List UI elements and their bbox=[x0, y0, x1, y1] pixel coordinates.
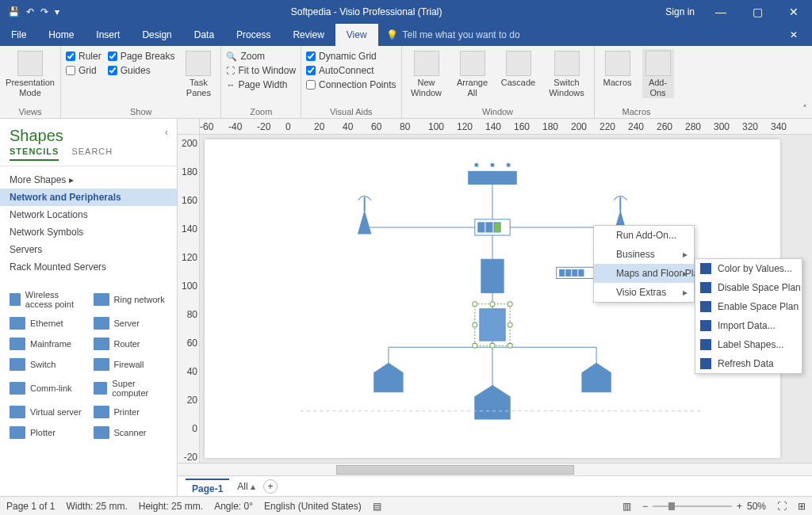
fit-window-button[interactable]: ⛶ Fit to Window bbox=[226, 65, 296, 76]
group-zoom: 🔍 Zoom ⛶ Fit to Window ↔ Page Width Zoom bbox=[221, 46, 301, 118]
shape-item[interactable]: Super computer bbox=[89, 376, 173, 401]
signin-link[interactable]: Sign in bbox=[665, 6, 695, 17]
stencils-tab[interactable]: STENCILS bbox=[10, 147, 59, 161]
qat-dropdown-icon[interactable]: ▾ bbox=[55, 6, 59, 17]
shape-label: Virtual server bbox=[30, 407, 82, 417]
macros-button[interactable]: Macros bbox=[599, 49, 636, 88]
guides-checkbox[interactable]: Guides bbox=[108, 65, 175, 76]
svg-marker-34 bbox=[582, 363, 611, 391]
dynamic-grid-checkbox[interactable]: Dynamic Grid bbox=[306, 51, 396, 62]
presentation-mode-button[interactable]: Presentation Mode bbox=[5, 49, 56, 98]
close-button[interactable]: ✕ bbox=[776, 6, 812, 18]
macro-recorder-icon[interactable]: ▤ bbox=[373, 501, 381, 512]
shape-item[interactable]: Server bbox=[89, 314, 173, 333]
connection-points-checkbox[interactable]: Connection Points bbox=[306, 79, 396, 90]
tab-insert[interactable]: Insert bbox=[85, 24, 131, 46]
pan-zoom-icon[interactable]: ⊞ bbox=[798, 501, 806, 512]
shape-item[interactable]: Plotter bbox=[5, 423, 89, 442]
zoom-out-button[interactable]: − bbox=[642, 501, 648, 512]
grid-checkbox[interactable]: Grid bbox=[66, 65, 102, 76]
zoom-slider-knob[interactable] bbox=[668, 502, 675, 510]
ruler-checkbox[interactable]: Ruler bbox=[66, 51, 102, 62]
menu-maps-floor-plans[interactable]: Maps and Floor Plans▸ bbox=[594, 264, 694, 283]
shape-item[interactable]: Firewall bbox=[89, 355, 173, 374]
shape-item[interactable]: Switch bbox=[5, 355, 89, 374]
tab-view[interactable]: View bbox=[335, 24, 378, 46]
search-tab[interactable]: SEARCH bbox=[71, 147, 113, 161]
cascade-button[interactable]: Cascade bbox=[499, 49, 538, 88]
page-width-button[interactable]: ↔ Page Width bbox=[226, 79, 296, 90]
ribbon-close-icon[interactable]: ✕ bbox=[776, 24, 812, 46]
menu-run-addon[interactable]: Run Add-On... bbox=[594, 226, 694, 245]
stencil-list: More Shapes ▸ Network and Peripherals Ne… bbox=[0, 166, 177, 280]
svg-rect-17 bbox=[481, 259, 504, 292]
shape-item[interactable]: Virtual server bbox=[5, 402, 89, 422]
page-tab[interactable]: Page-1 bbox=[186, 479, 229, 494]
stencil-row[interactable]: Network Locations bbox=[0, 206, 177, 223]
presentation-view-icon[interactable]: ▥ bbox=[622, 501, 631, 512]
shape-icon bbox=[10, 293, 21, 306]
more-shapes-row[interactable]: More Shapes ▸ bbox=[0, 171, 177, 189]
menu-business[interactable]: Business▸ bbox=[594, 245, 694, 264]
save-icon[interactable]: 💾 bbox=[8, 6, 20, 17]
new-window-button[interactable]: New Window bbox=[407, 49, 446, 98]
stencil-row[interactable]: Rack Mounted Servers bbox=[0, 258, 177, 276]
stencil-row[interactable]: Servers bbox=[0, 241, 177, 258]
shape-item[interactable]: Comm-link bbox=[5, 376, 89, 401]
minimize-button[interactable]: — bbox=[703, 6, 739, 18]
shape-item[interactable]: Router bbox=[89, 334, 173, 353]
scrollbar-thumb[interactable] bbox=[336, 465, 574, 475]
tab-review[interactable]: Review bbox=[282, 24, 335, 46]
shape-item[interactable]: Mainframe bbox=[5, 334, 89, 353]
tab-home[interactable]: Home bbox=[37, 24, 85, 46]
tab-process[interactable]: Process bbox=[225, 24, 282, 46]
cascade-icon bbox=[506, 51, 531, 76]
autoconnect-checkbox[interactable]: AutoConnect bbox=[306, 65, 396, 76]
undo-icon[interactable]: ↶ bbox=[26, 6, 34, 17]
task-panes-button[interactable]: Task Panes bbox=[181, 49, 216, 98]
zoom-slider[interactable] bbox=[653, 505, 732, 507]
menu-refresh-data[interactable]: Refresh Data bbox=[695, 354, 802, 373]
shape-item[interactable]: Wireless access point bbox=[5, 287, 89, 312]
menu-visio-extras[interactable]: Visio Extras▸ bbox=[594, 283, 694, 302]
tab-data[interactable]: Data bbox=[183, 24, 225, 46]
shape-item[interactable]: Scanner bbox=[89, 423, 173, 442]
visio-icon bbox=[700, 282, 711, 293]
horizontal-scrollbar[interactable] bbox=[178, 463, 812, 475]
ruler-horizontal: -60-40-200204060801001201401601802002202… bbox=[178, 119, 812, 135]
tell-me[interactable]: 💡Tell me what you want to do bbox=[378, 24, 776, 46]
collapse-ribbon-icon[interactable]: ˄ bbox=[802, 104, 807, 115]
shapes-collapse-icon[interactable]: ‹ bbox=[165, 127, 168, 138]
menu-enable-space-plan[interactable]: Enable Space Plan bbox=[695, 297, 802, 316]
redo-icon[interactable]: ↷ bbox=[40, 6, 48, 17]
stencil-row[interactable]: Network and Peripherals bbox=[0, 189, 177, 206]
shape-icon bbox=[10, 426, 25, 439]
switch-windows-icon bbox=[554, 51, 580, 76]
shape-item[interactable]: Printer bbox=[89, 402, 173, 422]
zoom-level[interactable]: 50% bbox=[747, 501, 766, 512]
add-page-button[interactable]: + bbox=[263, 479, 278, 494]
page-breaks-checkbox[interactable]: Page Breaks bbox=[108, 51, 175, 62]
maximize-button[interactable]: ▢ bbox=[739, 6, 776, 18]
stencil-row[interactable]: Network Symbols bbox=[0, 223, 177, 241]
svg-point-29 bbox=[490, 302, 495, 307]
zoom-in-button[interactable]: + bbox=[737, 501, 742, 512]
menu-label-shapes[interactable]: Label Shapes... bbox=[695, 335, 802, 354]
zoom-button[interactable]: 🔍 Zoom bbox=[226, 51, 296, 62]
menu-disable-space-plan[interactable]: Disable Space Plan bbox=[695, 278, 802, 297]
window-controls: — ▢ ✕ bbox=[703, 6, 812, 18]
all-pages-button[interactable]: All ▴ bbox=[237, 481, 255, 492]
status-language[interactable]: English (United States) bbox=[264, 501, 362, 512]
menu-import-data[interactable]: Import Data... bbox=[695, 316, 802, 335]
addons-button[interactable]: Add- Ons bbox=[642, 49, 674, 98]
shape-item[interactable]: Ethernet bbox=[5, 314, 89, 333]
tab-file[interactable]: File bbox=[0, 24, 37, 46]
menu-color-by-values[interactable]: Color by Values... bbox=[695, 259, 802, 278]
tab-design[interactable]: Design bbox=[131, 24, 182, 46]
shape-item[interactable]: Ring network bbox=[89, 287, 173, 312]
switch-windows-button[interactable]: Switch Windows bbox=[545, 49, 589, 98]
arrange-all-button[interactable]: Arrange All bbox=[453, 49, 492, 98]
fit-page-icon[interactable]: ⛶ bbox=[777, 501, 787, 512]
shape-icon bbox=[94, 426, 109, 439]
svg-rect-5 bbox=[469, 171, 517, 184]
